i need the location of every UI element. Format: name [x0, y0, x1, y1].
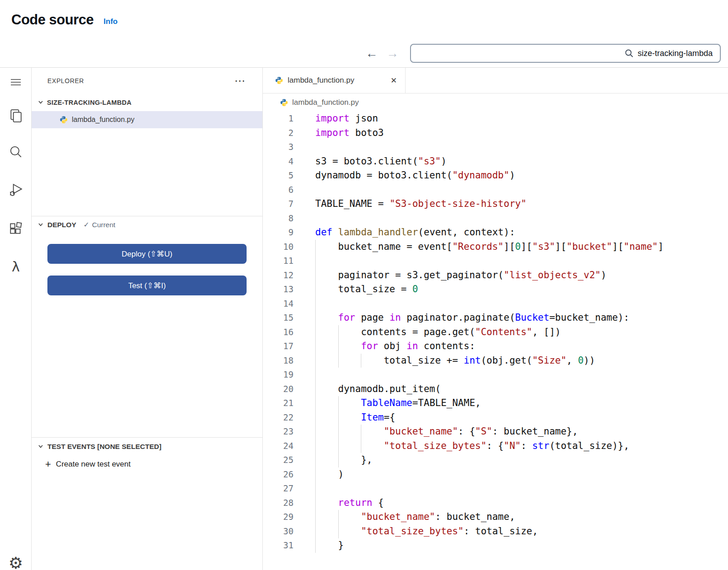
code-line-content: bucket_name = event["Records"][0]["s3"][…: [294, 240, 663, 254]
deploy-buttons: Deploy (⇧⌘U) Test (⇧⌘I): [32, 244, 262, 295]
page-title: Code source: [11, 12, 93, 28]
code-lines: 1import json2import boto334s3 = boto3.cl…: [263, 112, 728, 553]
tab-lambda-function[interactable]: lambda_function.py ✕: [263, 68, 406, 93]
line-number: 3: [263, 140, 294, 154]
test-events-label: TEST EVENTS [NONE SELECTED]: [47, 443, 161, 451]
indent-guide-line: [338, 396, 339, 411]
aws-toolkit-icon[interactable]: λ: [6, 257, 26, 276]
deploy-section-label: DEPLOY: [47, 221, 76, 229]
code-line: 29 "bucket_name": bucket_name,: [263, 510, 728, 524]
info-link[interactable]: Info: [103, 17, 117, 26]
test-events-section-header[interactable]: TEST EVENTS [NONE SELECTED]: [32, 438, 262, 456]
line-number: 10: [263, 240, 294, 254]
deploy-status: ✓ Current: [84, 221, 116, 229]
line-number: 15: [263, 311, 294, 325]
indent-guide-line: [315, 297, 316, 311]
explorer-files-icon[interactable]: [6, 106, 26, 126]
code-line-content: "total_size_bytes": {"N": str(total_size…: [294, 439, 629, 453]
line-number: 5: [263, 168, 294, 183]
test-button[interactable]: Test (⇧⌘I): [47, 276, 247, 295]
code-line-content: },: [294, 453, 372, 467]
code-line-content: total_size = 0: [294, 282, 418, 297]
line-number: 12: [263, 268, 294, 283]
explorer-title: EXPLORER: [47, 77, 84, 84]
line-number: 6: [263, 183, 294, 197]
indent-guide-line: [315, 240, 316, 254]
line-number: 22: [263, 411, 294, 425]
indent-guide-line: [338, 425, 339, 439]
file-tree-item-selected[interactable]: lambda_function.py: [32, 111, 262, 128]
code-line-content: for obj in contents:: [294, 339, 475, 354]
explorer-panel: EXPLORER ⋯ SIZE-TRACKING-LAMBDA lambda_f…: [32, 68, 263, 570]
indent-guide-line: [338, 354, 339, 368]
chevron-down-icon: [37, 99, 44, 106]
extensions-icon[interactable]: [6, 219, 26, 238]
indent-guide-line: [315, 311, 316, 325]
search-input[interactable]: size-tracking-lambda: [410, 44, 721, 63]
code-editor[interactable]: 1import json2import boto334s3 = boto3.cl…: [263, 112, 728, 570]
line-number: 4: [263, 154, 294, 169]
indent-guide-line: [315, 439, 316, 453]
indent-guide-line: [338, 325, 339, 340]
code-line: 31 }: [263, 538, 728, 553]
indent-guide-line: [315, 467, 316, 482]
plus-icon: +: [45, 460, 51, 469]
file-name-label: lambda_function.py: [72, 116, 135, 124]
code-line-content: "bucket_name": bucket_name,: [294, 510, 515, 524]
line-number: 27: [263, 481, 294, 496]
code-line: 30 "total_size_bytes": total_size,: [263, 524, 728, 539]
deploy-section-header[interactable]: DEPLOY ✓ Current: [32, 216, 262, 234]
menu-icon[interactable]: [6, 72, 26, 92]
code-line-content: Item={: [294, 411, 395, 425]
code-line: 6: [263, 183, 728, 197]
indent-guide-line: [338, 524, 339, 539]
code-line: 22 Item={: [263, 411, 728, 425]
line-number: 13: [263, 282, 294, 297]
line-number: 1: [263, 112, 294, 126]
deploy-status-label: Current: [92, 221, 116, 229]
close-tab-icon[interactable]: ✕: [391, 76, 397, 85]
indent-guide-line: [315, 425, 316, 439]
settings-gear-icon[interactable]: ⚙: [6, 553, 26, 570]
indent-guide-line: [338, 510, 339, 524]
code-line: 8: [263, 211, 728, 226]
deploy-button[interactable]: Deploy (⇧⌘U): [47, 244, 247, 264]
indent-guide-line: [315, 538, 316, 553]
search-sidebar-icon[interactable]: [6, 142, 26, 162]
workspace-folder-label: SIZE-TRACKING-LAMBDA: [47, 99, 131, 106]
search-value: size-tracking-lambda: [638, 49, 713, 58]
indent-guide-line: [315, 282, 316, 297]
line-number: 7: [263, 197, 294, 211]
code-line-content: dynamodb.put_item(: [294, 382, 441, 397]
breadcrumb: lambda_function.py: [263, 93, 728, 112]
code-line: 2import boto3: [263, 126, 728, 140]
forward-arrow-icon[interactable]: →: [385, 46, 400, 61]
create-test-event-button[interactable]: + Create new test event: [32, 456, 262, 473]
code-line: 16 contents = page.get("Contents", []): [263, 325, 728, 340]
line-number: 9: [263, 225, 294, 240]
code-line: 9def lambda_handler(event, context):: [263, 225, 728, 240]
tab-strip: lambda_function.py ✕: [263, 68, 728, 93]
python-file-icon: [60, 116, 68, 124]
code-line: 4s3 = boto3.client("s3"): [263, 154, 728, 169]
run-debug-icon[interactable]: [6, 180, 26, 200]
code-line: 13 total_size = 0: [263, 282, 728, 297]
code-line-content: return {: [294, 496, 384, 510]
workspace-folder-row[interactable]: SIZE-TRACKING-LAMBDA: [32, 94, 262, 111]
explorer-more-actions-icon[interactable]: ⋯: [234, 76, 245, 85]
line-number: 11: [263, 254, 294, 268]
code-line-content: [294, 481, 338, 496]
back-arrow-icon[interactable]: ←: [364, 46, 379, 61]
line-number: 18: [263, 354, 294, 368]
line-number: 17: [263, 339, 294, 354]
line-number: 26: [263, 467, 294, 482]
search-icon: [625, 49, 634, 58]
editor-pane: lambda_function.py ✕ lambda_function.py …: [263, 68, 728, 570]
explorer-header: EXPLORER ⋯: [32, 68, 262, 94]
python-file-icon: [280, 98, 288, 107]
code-line-content: [294, 211, 315, 226]
code-line-content: paginator = s3.get_paginator("list_objec…: [294, 268, 607, 283]
indent-guide-line: [338, 339, 339, 354]
line-number: 30: [263, 524, 294, 539]
indent-guide-line: [315, 268, 316, 283]
